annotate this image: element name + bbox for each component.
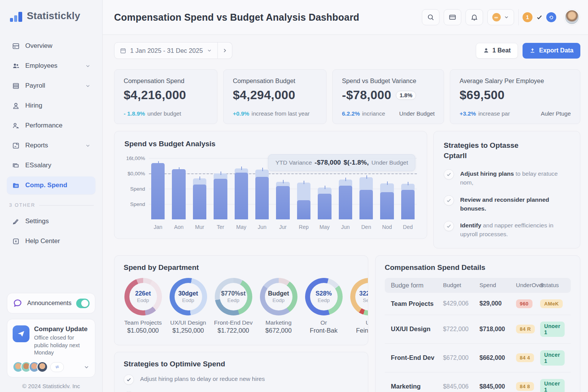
table-row[interactable]: Team Projects$429,006$29,000960AMeK bbox=[385, 293, 571, 315]
kpi-footer: +3.2%increase parAuler Ptuge bbox=[459, 110, 571, 117]
strategy-item[interactable]: Review and reconsider planned bonuses. bbox=[444, 195, 570, 213]
chart-title: Spend vs Budget Analysis bbox=[124, 140, 417, 148]
bar-column[interactable] bbox=[255, 155, 269, 219]
announcements-toggle[interactable] bbox=[76, 299, 90, 308]
sidebar-item-label: ESsalary bbox=[25, 162, 51, 169]
strategies-bottom-title: Strategies to Optimive Spend bbox=[124, 360, 359, 368]
tooltip-label: YTD Variance bbox=[275, 159, 312, 166]
sidebar-item-label: Settings bbox=[25, 217, 49, 225]
kpi-value: $4,216,000 bbox=[124, 88, 186, 102]
sidebar-item-label: Overview bbox=[25, 42, 52, 50]
department-donuts: 226etEodpTeam Projects$1.050,00030dgetEo… bbox=[124, 278, 359, 334]
kpi-value-row: $69,500 bbox=[459, 88, 571, 102]
sidebar-item-label: Payroll bbox=[25, 82, 45, 90]
row-status: AMeK bbox=[540, 299, 565, 308]
beat-button[interactable]: 1 Beat bbox=[476, 43, 518, 59]
y-axis-tick-label: Spend bbox=[130, 201, 145, 207]
person-icon bbox=[483, 47, 489, 54]
donut-center-value: $770%st bbox=[221, 290, 245, 297]
folder-icon bbox=[11, 181, 20, 189]
donut-amount: $1.722,000 bbox=[217, 327, 249, 334]
sidebar-item-overview[interactable]: Overview bbox=[7, 37, 95, 55]
sidebar-item-comp-spend[interactable]: Comp. Spend bbox=[7, 176, 95, 194]
sidebar-item-performance[interactable]: Performance bbox=[7, 117, 95, 134]
account-menu-button[interactable] bbox=[487, 9, 514, 25]
paper-plane-icon bbox=[13, 325, 29, 342]
sidebar-item-employees[interactable]: Employees bbox=[7, 57, 95, 75]
company-update-card[interactable]: Company Update Office closed for public … bbox=[7, 319, 95, 377]
spend-vs-budget-chart-card: Spend vs Budget Analysis 16t,00%$0,00%Sp… bbox=[114, 131, 427, 239]
card-button[interactable] bbox=[444, 9, 461, 25]
kpi-value: -$78,000 bbox=[342, 88, 391, 102]
sidebar-item-essalary[interactable]: ESsalary bbox=[7, 157, 95, 174]
donut-center: $770%stEedp bbox=[220, 283, 247, 310]
notification-count-badge[interactable]: 1 bbox=[523, 12, 532, 22]
row-spend: $718,000 bbox=[480, 326, 516, 333]
table-column-header: UnderOver bbox=[516, 282, 541, 289]
sidebar-item-payroll[interactable]: Payroll bbox=[7, 77, 95, 95]
strategies-side-card: Strategies to Optasse Cptarll Adjust hir… bbox=[433, 131, 580, 248]
notifications-button[interactable] bbox=[466, 9, 483, 25]
row-spend: $29,000 bbox=[480, 300, 516, 307]
chevron-down-icon bbox=[207, 48, 212, 53]
donut-center: 30dgetEodp bbox=[175, 283, 202, 310]
spend-details-card: Compensation Spend Details Budge formBud… bbox=[375, 255, 580, 392]
sidebar-section-label: 3 OTHER bbox=[9, 203, 35, 208]
table-body: Team Projects$429,006$29,000960AMeKUX/UI… bbox=[385, 293, 571, 392]
kpi-card-average-salary-per-employee: Average Salary Per Employee$69,500+3.2%i… bbox=[450, 69, 580, 124]
kpi-label: Spend vs Budget Variance bbox=[342, 77, 434, 85]
donut-amount: $1,250,000 bbox=[172, 327, 204, 334]
bar-column[interactable] bbox=[235, 155, 248, 219]
x-axis-label: Jun bbox=[339, 224, 352, 230]
chevron-down-icon bbox=[85, 83, 91, 89]
budget-bar bbox=[359, 177, 373, 219]
table-row[interactable]: UX/UI Design$722,000$718,00084 RUnoer 1 bbox=[385, 315, 571, 344]
bar-column[interactable] bbox=[214, 155, 227, 219]
department-donut-or: S28%EedpOrFront-Bak bbox=[304, 278, 343, 334]
budget-bar bbox=[401, 184, 415, 219]
export-data-button[interactable]: Export Data bbox=[523, 43, 580, 59]
department-donut-team-projects: 226etEodpTeam Projects$1.050,000 bbox=[124, 278, 162, 334]
sidebar-item-label: Performance bbox=[25, 122, 62, 129]
table-row[interactable]: Front-End Dev$672,000$662,00084 4Uncer 1 bbox=[385, 344, 571, 372]
sidebar-item-hiring[interactable]: Hiring bbox=[7, 97, 95, 114]
copyright-text: © 2024 Statistickly, Inc bbox=[7, 383, 95, 388]
table-row[interactable]: Marketing$845,006$845,00084 8Uncer 1 bbox=[385, 372, 571, 392]
strategy-text-emph: Identify bbox=[460, 222, 481, 229]
budget-bar bbox=[318, 188, 331, 219]
check-circle-icon bbox=[444, 195, 454, 206]
row-spend: $845,000 bbox=[480, 383, 516, 390]
x-axis-label: Jan bbox=[151, 224, 165, 230]
top-bar: Compensation Spend vs Budget Analysis Da… bbox=[103, 0, 588, 35]
date-next-button[interactable] bbox=[218, 42, 232, 59]
donut-amount: Feing-B0 bbox=[356, 327, 368, 334]
brand-name: Statistickly bbox=[27, 10, 80, 22]
company-update-top: Company Update Office closed for public … bbox=[13, 325, 90, 357]
kpi-pill: 1.8% bbox=[396, 91, 416, 100]
bar-column[interactable] bbox=[193, 155, 206, 219]
bar-column[interactable] bbox=[151, 155, 165, 219]
chevron-down-icon[interactable] bbox=[83, 364, 90, 370]
status-badge: Unoer 1 bbox=[540, 322, 565, 337]
date-range-select[interactable]: 1 Jan 2025 - 31 Dec 2025 bbox=[114, 42, 218, 59]
sidebar-item-settings[interactable]: Settings bbox=[7, 212, 95, 230]
bar-column[interactable] bbox=[172, 155, 185, 219]
sidebar-item-reports[interactable]: Reports bbox=[7, 137, 95, 154]
search-button[interactable] bbox=[422, 9, 439, 25]
x-axis-label: May bbox=[318, 224, 331, 230]
spend-bar bbox=[401, 190, 415, 219]
table-column-header: Spend bbox=[480, 282, 516, 289]
strategy-item[interactable]: Identify and napper eefficiencies in upy… bbox=[444, 221, 570, 239]
sync-button[interactable] bbox=[546, 12, 556, 22]
strategy-item[interactable]: Adjust hiring plans to belay eratuce nom… bbox=[444, 169, 570, 187]
performance-icon bbox=[11, 121, 20, 130]
strategy-item[interactable]: Adjust hiring plans to delay or reduce n… bbox=[124, 374, 359, 385]
row-budget: $722,000 bbox=[443, 326, 479, 333]
donut-label: Team Projects bbox=[124, 319, 162, 326]
swap-arrows-button[interactable] bbox=[50, 362, 64, 372]
status-group: 1 bbox=[518, 9, 560, 25]
user-avatar[interactable] bbox=[564, 10, 580, 25]
sidebar-item-label: Comp. Spend bbox=[25, 181, 67, 189]
settings-icon bbox=[11, 217, 20, 225]
sidebar-item-help-center[interactable]: Help Center bbox=[7, 232, 95, 250]
